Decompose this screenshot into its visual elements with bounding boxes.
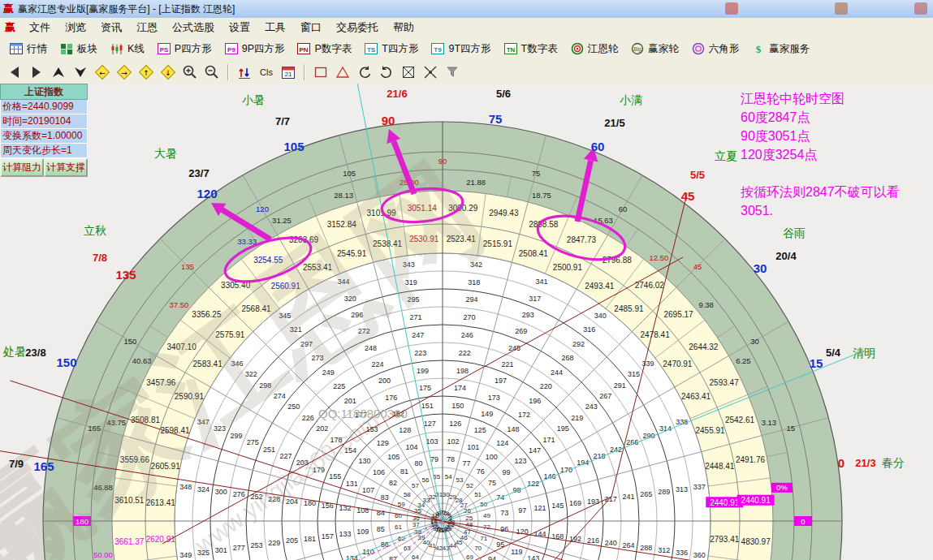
svg-text:←: ← (99, 69, 106, 77)
wheel-cell: 314 (659, 424, 672, 433)
solar-term-label: 小暑 (242, 93, 265, 106)
degree-label: 150 (124, 337, 137, 346)
menu-item-5[interactable]: 设置 (222, 19, 257, 37)
wheel-cell: 226 (302, 414, 314, 422)
wheel-cell: 105 (387, 453, 400, 461)
annotation-line (741, 164, 933, 183)
svg-text:T9: T9 (434, 45, 443, 53)
annotation-line: 按循环法则2847不破可以看 (741, 183, 933, 201)
menu-item-7[interactable]: 窗口 (293, 19, 329, 37)
wheel-cell: 202 (316, 424, 328, 433)
toolbar-button-K线[interactable]: K线 (104, 39, 151, 58)
wheel-cell: 124 (496, 439, 508, 447)
outer-degree-label: 0 (838, 456, 844, 470)
wheel-cell: 193 (587, 498, 599, 506)
wheel-cell: 96 (500, 525, 508, 533)
wheel-cell: 267 (599, 392, 611, 400)
nav-right-icon[interactable] (27, 63, 46, 81)
menu-item-4[interactable]: 公式选股 (165, 19, 222, 37)
toolbar-button-板块[interactable]: 板块 (54, 39, 104, 58)
wheel-cell: 246 (461, 331, 473, 339)
diamond-down-icon[interactable]: ↓ (158, 63, 178, 81)
wheel-cell: 73 (500, 509, 508, 517)
menu-logo-icon: 赢 (5, 20, 15, 35)
wheel-cell: 61 (395, 523, 402, 531)
calc-support-button[interactable]: 计算支撑 (44, 158, 88, 177)
degree-label: 105 (343, 169, 356, 178)
wheel-cell: 173 (488, 394, 500, 402)
wheel-cell: 56 (421, 476, 429, 484)
toolbar-button-P四方形[interactable]: PSP四方形 (151, 39, 218, 58)
wheel-cell: 324 (197, 485, 209, 493)
toolbar-button-六角形[interactable]: 六角形 (685, 39, 746, 58)
wheel-cell: 126 (449, 420, 461, 428)
toolbar-button-行情[interactable]: 行情 (3, 39, 54, 58)
zoom-out-icon[interactable] (202, 63, 222, 81)
diamond-left-icon[interactable]: ← (93, 63, 112, 81)
zoom-in-icon[interactable] (180, 63, 200, 81)
menu-item-9[interactable]: 帮助 (386, 19, 421, 37)
wheel-cell: 198 (456, 367, 469, 375)
wheel-cell: 222 (459, 349, 471, 357)
wheel-cell: 81 (400, 467, 408, 476)
menu-item-8[interactable]: 交易委托 (329, 19, 386, 37)
app-logo-icon: 赢 (3, 2, 14, 16)
wheel-cell: 84 (377, 509, 385, 517)
degree-label: 45 (693, 262, 702, 271)
wheel-cell: 251 (263, 446, 275, 454)
wheel-cell: 270 (464, 313, 476, 321)
rect-tool-icon[interactable] (311, 63, 330, 81)
wheel-cell: 195 (557, 424, 569, 433)
wheel-cell: 121 (533, 504, 546, 512)
diamond-up-icon[interactable]: ↑ (136, 63, 156, 81)
percent-cell: 21.88 (466, 178, 486, 187)
menu-item-0[interactable]: 文件 (22, 19, 58, 37)
price-cell: 3661.37 (114, 537, 145, 546)
annotation-line: 60度2847点 (741, 108, 933, 127)
solar-term-label: 谷雨 (783, 226, 806, 239)
wheel-cell: 289 (658, 488, 670, 496)
nav-left-icon[interactable] (5, 63, 24, 81)
degree-label: 75 (532, 169, 541, 178)
wheel-cell: 317 (529, 295, 541, 303)
nav-down-icon[interactable] (71, 63, 90, 81)
toolbar-button-江恩轮[interactable]: 江恩轮 (564, 39, 625, 58)
wheel-cell: 225 (333, 382, 345, 390)
menu-item-6[interactable]: 工具 (257, 19, 293, 37)
wheel-cell: 99 (503, 468, 511, 476)
toolbar-button-T四方形[interactable]: TST四方形 (358, 39, 425, 58)
price-cell: 2455.91 (695, 426, 725, 435)
triangle-tool-icon[interactable] (333, 63, 352, 81)
wheel-cell: 85 (377, 525, 385, 533)
outer-date-label: 23/7 (188, 167, 209, 179)
menu-item-2[interactable]: 资讯 (93, 19, 129, 37)
updown-icon[interactable] (235, 63, 254, 81)
diamond-right-icon[interactable]: → (114, 63, 134, 81)
calc-resistance-button[interactable]: 计算阻力 (0, 158, 44, 177)
price-cell: 2593.47 (710, 378, 740, 387)
wheel-cell: 149 (481, 410, 493, 418)
toolbar-button-T数字表[interactable]: TNT数字表 (498, 39, 564, 58)
cls-icon[interactable]: Cls (257, 63, 276, 81)
price-cell: 2440.91 (710, 498, 740, 507)
menu-item-1[interactable]: 浏览 (58, 19, 93, 37)
calendar-icon[interactable]: 21 (279, 63, 298, 81)
menu-item-3[interactable]: 江恩 (129, 19, 165, 37)
outer-date-label: 21/3 (855, 457, 875, 469)
panel-field-0: 价格=2440.9099 (0, 100, 88, 114)
toolbar-button-P数字表[interactable]: PNP数字表 (291, 39, 358, 58)
background-window-artifact (835, 2, 848, 15)
expand-icon[interactable] (399, 63, 418, 81)
nav-up-icon[interactable] (49, 63, 68, 81)
toolbar-button-label: 9P四方形 (242, 42, 285, 56)
toolbar-button-9T四方形[interactable]: T99T四方形 (425, 39, 497, 58)
rotate-cw-icon[interactable] (377, 63, 396, 81)
rotate-ccw-icon[interactable] (355, 63, 374, 81)
toolbar-button-9P四方形[interactable]: P99P四方形 (218, 39, 292, 58)
shrink-icon[interactable] (421, 63, 440, 81)
clear-icon[interactable] (443, 63, 462, 81)
toolbar-button-赢家服务[interactable]: $赢家服务 (745, 39, 816, 58)
candlestick-icon (110, 43, 124, 55)
toolbar-button-赢家轮[interactable]: Big赢家轮 (624, 39, 685, 58)
svg-text:TS: TS (367, 45, 376, 53)
